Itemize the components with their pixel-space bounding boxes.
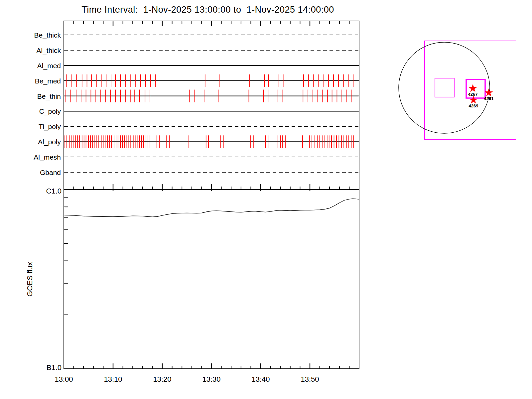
filter-row-C_poly: C_poly xyxy=(39,107,359,115)
fov-box-large-fov xyxy=(425,41,516,139)
x-axis-label: 13:50 xyxy=(301,375,319,383)
x-axis-label: 13:20 xyxy=(153,375,171,383)
x-axis-label: 13:40 xyxy=(251,375,270,383)
filter-row-Be_med: Be_med xyxy=(35,74,359,87)
filter-row-label: Ti_poly xyxy=(39,123,61,131)
filter-row-Al_thick: Al_thick xyxy=(36,47,359,55)
filter-row-label: Al_med xyxy=(37,62,61,70)
filter-row-Ti_poly: Ti_poly xyxy=(39,123,359,131)
y-axis-bottom-label: B1.0 xyxy=(47,363,62,372)
flare-marker-label: 4267 xyxy=(468,92,478,97)
goes-flux-panel: C1.0B1.0GOES flux13:0013:1013:2013:3013:… xyxy=(26,187,359,383)
solar-disk-limb xyxy=(399,42,490,133)
flare-marker-star-4261 xyxy=(485,88,493,96)
x-axis-label: 13:30 xyxy=(202,375,220,383)
main-plot-svg: Be_thickAl_thickAl_medBe_medBe_thinC_pol… xyxy=(0,0,532,399)
filter-timeline-panel: Be_thickAl_thickAl_medBe_medBe_thinC_pol… xyxy=(34,21,359,190)
filter-row-Al_mesh: Al_mesh xyxy=(34,153,359,161)
filter-panel-border xyxy=(64,21,359,190)
filter-row-label: Al_thick xyxy=(36,47,61,55)
x-axis-label: 13:10 xyxy=(104,375,122,383)
flare-marker-label: 4261 xyxy=(484,96,494,101)
goes-flux-curve xyxy=(64,199,359,217)
x-axis-ticks xyxy=(74,21,349,369)
solar-disk-map: 426742614269 xyxy=(399,41,516,139)
goes-ylabel: GOES flux xyxy=(26,262,34,297)
filter-row-label: Be_thick xyxy=(34,31,61,39)
filter-row-label: Be_thin xyxy=(37,92,61,100)
x-axis-label: 13:00 xyxy=(55,375,73,383)
filter-row-label: C_poly xyxy=(39,107,61,115)
flare-marker-label: 4269 xyxy=(468,103,478,108)
flare-marker-star-4269 xyxy=(469,96,478,104)
filter-row-label: Gband xyxy=(40,169,61,176)
filter-row-Be_thick: Be_thick xyxy=(34,31,359,39)
filter-row-Al_med: Al_med xyxy=(37,62,359,70)
y-axis-top-label: C1.0 xyxy=(46,187,62,195)
filter-row-Be_thin: Be_thin xyxy=(37,90,359,102)
fov-box-center-target xyxy=(435,78,454,97)
filter-row-label: Al_poly xyxy=(38,138,61,146)
filter-row-Gband: Gband xyxy=(40,169,359,176)
screenshot-root: Time Interval: 1-Nov-2025 13:00:00 to 1-… xyxy=(0,0,532,399)
flare-marker-star-4267 xyxy=(469,84,477,92)
filter-row-label: Be_med xyxy=(35,77,61,85)
filter-row-Al_poly: Al_poly xyxy=(38,135,359,148)
filter-row-label: Al_mesh xyxy=(34,153,61,161)
